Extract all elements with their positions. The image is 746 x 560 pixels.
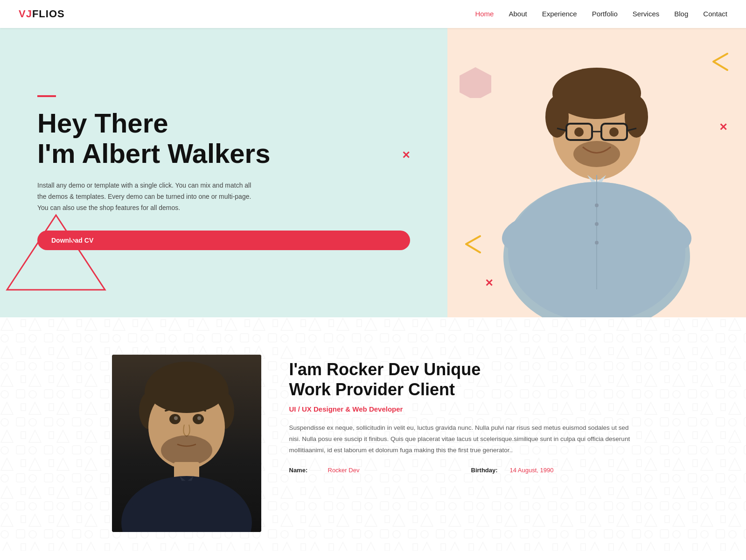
svg-point-8 bbox=[625, 96, 648, 138]
hero-person-photo bbox=[447, 28, 746, 317]
nav-item-services[interactable]: Services bbox=[633, 10, 660, 18]
svg-point-38 bbox=[197, 416, 201, 420]
person-svg bbox=[485, 56, 709, 317]
svg-point-37 bbox=[174, 416, 178, 420]
nav-item-home[interactable]: Home bbox=[475, 10, 494, 18]
nav-link-portfolio[interactable]: Portfolio bbox=[592, 10, 618, 18]
about-container: I'am Rocker Dev Unique Work Provider Cli… bbox=[93, 355, 653, 532]
svg-point-14 bbox=[574, 127, 584, 137]
nav-link-blog[interactable]: Blog bbox=[674, 10, 688, 18]
about-photo-inner bbox=[112, 355, 261, 532]
svg-point-16 bbox=[573, 141, 620, 167]
about-details: Name: Rocker Dev Birthday: 14 August, 19… bbox=[289, 467, 634, 474]
svg-point-21 bbox=[595, 222, 599, 226]
svg-point-22 bbox=[595, 241, 599, 245]
nav-link-services[interactable]: Services bbox=[633, 10, 660, 18]
svg-point-39 bbox=[161, 435, 212, 465]
about-detail-birthday: Birthday: 14 August, 1990 bbox=[471, 467, 634, 474]
about-photo bbox=[112, 355, 261, 532]
x-decoration-1: ✕ bbox=[402, 149, 410, 161]
about-person-svg bbox=[112, 355, 261, 532]
logo[interactable]: VJFLIOS bbox=[19, 8, 65, 20]
nav-item-contact[interactable]: Contact bbox=[703, 10, 727, 18]
logo-accent: VJ bbox=[19, 8, 32, 20]
nav-item-experience[interactable]: Experience bbox=[542, 10, 577, 18]
hero-left-panel: Hey There I'm Albert Walkers Install any… bbox=[0, 28, 447, 317]
svg-point-7 bbox=[545, 96, 569, 138]
about-title: I'am Rocker Dev Unique Work Provider Cli… bbox=[289, 359, 634, 399]
detail-label-name: Name: bbox=[289, 467, 324, 474]
detail-value-name: Rocker Dev bbox=[328, 467, 360, 474]
hero-accent-line bbox=[37, 95, 56, 97]
nav-link-home[interactable]: Home bbox=[475, 10, 494, 18]
about-detail-name: Name: Rocker Dev bbox=[289, 467, 453, 474]
svg-point-34 bbox=[147, 366, 226, 413]
nav-link-about[interactable]: About bbox=[509, 10, 527, 18]
about-content: I'am Rocker Dev Unique Work Provider Cli… bbox=[289, 355, 634, 532]
about-section: I'am Rocker Dev Unique Work Provider Cli… bbox=[0, 317, 746, 551]
hero-section: Hey There I'm Albert Walkers Install any… bbox=[0, 28, 746, 317]
detail-value-birthday: 14 August, 1990 bbox=[510, 467, 554, 474]
svg-point-15 bbox=[609, 127, 619, 137]
nav-item-blog[interactable]: Blog bbox=[674, 10, 688, 18]
nav-links: Home About Experience Portfolio Services… bbox=[475, 10, 727, 18]
svg-point-20 bbox=[595, 203, 599, 207]
about-description: Suspendisse ex neque, sollicitudin in ve… bbox=[289, 422, 634, 455]
detail-label-birthday: Birthday: bbox=[471, 467, 506, 474]
nav-item-portfolio[interactable]: Portfolio bbox=[592, 10, 618, 18]
hero-description: Install any demo or template with a sing… bbox=[37, 180, 261, 213]
about-role: UI / UX Designer & Web Developer bbox=[289, 405, 634, 413]
hero-title: Hey There I'm Albert Walkers bbox=[37, 108, 410, 169]
nav-item-about[interactable]: About bbox=[509, 10, 527, 18]
svg-marker-0 bbox=[7, 215, 105, 290]
navbar: VJFLIOS Home About Experience Portfolio … bbox=[0, 0, 746, 28]
nav-link-experience[interactable]: Experience bbox=[542, 10, 577, 18]
nav-link-contact[interactable]: Contact bbox=[703, 10, 727, 18]
hero-right-panel: ✕ ✕ bbox=[447, 28, 746, 317]
triangle-outline-decoration bbox=[5, 213, 107, 294]
